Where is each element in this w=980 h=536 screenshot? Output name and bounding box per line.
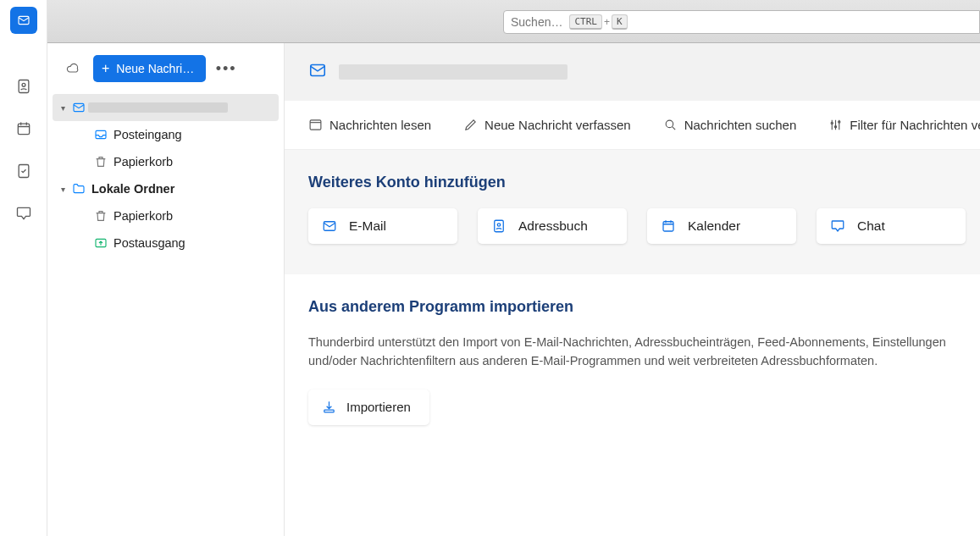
account-name-redacted (88, 102, 228, 113)
tree-row-outbox[interactable]: Postausgang (53, 229, 279, 257)
trash-icon (91, 155, 110, 169)
space-addressbook[interactable] (10, 73, 37, 100)
trash-label: Papierkorb (110, 155, 173, 169)
tree-row-inbox[interactable]: Posteingang (53, 121, 279, 148)
actions-row: Nachrichten lesen Neue Nachricht verfass… (285, 101, 980, 150)
kbd-k: K (612, 14, 628, 30)
new-message-label: Neue Nachri… (116, 62, 194, 75)
space-mail[interactable] (10, 7, 37, 34)
action-compose-message[interactable]: Neue Nachricht verfassen (463, 118, 631, 132)
get-messages-button[interactable] (61, 57, 85, 80)
inbox-label: Posteingang (110, 128, 182, 141)
chevron-down-icon: ▾ (56, 103, 69, 113)
action-filter-label: Filter für Nachrichten ver (850, 118, 980, 132)
action-read-label: Nachrichten lesen (329, 118, 431, 132)
space-tasks[interactable] (10, 157, 37, 185)
account-central: Nachrichten lesen Neue Nachricht verfass… (285, 43, 980, 536)
import-button[interactable]: Importieren (308, 390, 429, 425)
window-toolbar: Suchen… CTRL + K (0, 0, 980, 43)
action-search-label: Nachrichten suchen (684, 118, 797, 132)
card-addressbook-label: Adressbuch (518, 218, 588, 234)
section-import: Aus anderem Programm importieren Thunder… (285, 274, 980, 456)
svg-rect-9 (310, 120, 321, 130)
folder-icon (69, 182, 88, 196)
svg-rect-18 (324, 410, 334, 412)
account-title-redacted (339, 64, 568, 80)
folder-pane-header: + Neue Nachri… ••• (47, 43, 284, 92)
action-compose-label: Neue Nachricht verfassen (484, 118, 631, 132)
inbox-icon (91, 128, 110, 141)
svg-rect-6 (96, 130, 106, 138)
action-search-messages[interactable]: Nachrichten suchen (663, 118, 797, 132)
card-chat[interactable]: Chat (817, 208, 966, 244)
mail-account-icon (69, 101, 88, 114)
card-calendar[interactable]: Kalender (647, 208, 796, 244)
import-title: Aus anderem Programm importieren (308, 298, 956, 316)
add-account-title: Weiteres Konto hinzufügen (308, 174, 956, 191)
action-read-messages[interactable]: Nachrichten lesen (308, 118, 431, 132)
search-placeholder: Suchen… (511, 15, 562, 29)
spaces-toolbar (0, 0, 47, 536)
space-chat[interactable] (10, 200, 37, 227)
card-chat-label: Chat (857, 218, 885, 234)
tree-row-account[interactable]: ▾ (53, 94, 279, 121)
import-description: Thunderbird unterstützt den Import von E… (308, 333, 952, 371)
tree-row-local-folders[interactable]: ▾ Lokale Ordner (53, 175, 279, 202)
global-search-input[interactable]: Suchen… CTRL + K (503, 10, 980, 34)
card-email-label: E-Mail (349, 218, 386, 234)
local-folders-label: Lokale Ordner (88, 182, 174, 196)
action-manage-filters[interactable]: Filter für Nachrichten ver (828, 118, 980, 132)
chevron-down-icon: ▾ (56, 185, 69, 194)
kbd-plus: + (604, 16, 610, 28)
card-email[interactable]: E-Mail (308, 208, 457, 244)
folder-pane-options-button[interactable]: ••• (214, 57, 238, 80)
trash-icon (91, 209, 110, 223)
kbd-ctrl: CTRL (569, 14, 602, 30)
space-calendar[interactable] (10, 115, 37, 142)
tree-row-local-trash[interactable]: Papierkorb (53, 202, 279, 229)
mail-icon (308, 61, 327, 83)
tree-row-trash[interactable]: Papierkorb (53, 148, 279, 175)
import-button-label: Importieren (346, 400, 411, 414)
folder-pane: + Neue Nachri… ••• ▾ Posteingang Papierk… (47, 43, 285, 536)
plus-icon: + (102, 61, 109, 76)
new-message-button[interactable]: + Neue Nachri… (93, 55, 206, 82)
outbox-icon (91, 236, 110, 250)
card-addressbook[interactable]: Adressbuch (478, 208, 627, 244)
section-add-account: Weiteres Konto hinzufügen E-Mail Adressb… (285, 150, 980, 274)
svg-point-2 (22, 83, 25, 86)
account-cards: E-Mail Adressbuch Kalender Chat (308, 208, 956, 244)
card-calendar-label: Kalender (688, 218, 740, 234)
outbox-label: Postausgang (110, 236, 185, 250)
local-trash-label: Papierkorb (110, 209, 173, 223)
svg-rect-17 (663, 222, 673, 231)
account-header (285, 43, 980, 101)
svg-rect-3 (18, 124, 29, 135)
folder-tree: ▾ Posteingang Papierkorb ▾ Lokale (47, 92, 284, 257)
svg-point-10 (666, 120, 673, 128)
svg-point-16 (497, 224, 500, 226)
